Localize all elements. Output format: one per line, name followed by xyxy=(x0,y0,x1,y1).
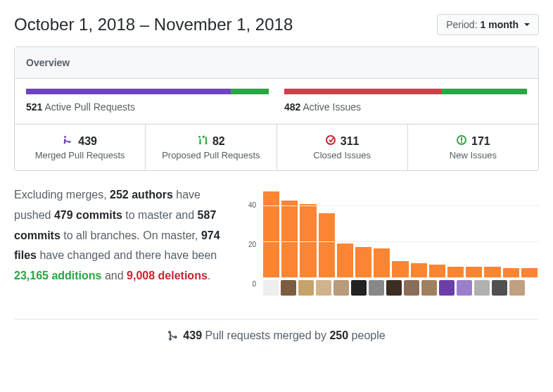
stat-desc: Proposed Pull Requests xyxy=(151,150,270,160)
svg-point-0 xyxy=(326,136,335,144)
issue-activity-bar xyxy=(284,89,527,94)
contributor-bar[interactable] xyxy=(411,263,427,277)
contributor-bar[interactable] xyxy=(447,267,464,277)
contributor-bar[interactable] xyxy=(429,265,445,277)
stat-number: 439 xyxy=(78,135,97,148)
stat-cell[interactable]: 311Closed Issues xyxy=(277,125,408,170)
pr-active-text: Active Pull Requests xyxy=(44,101,134,113)
contributor-avatar[interactable] xyxy=(281,280,296,296)
contributor-bar[interactable] xyxy=(484,267,500,277)
stat-desc: New Issues xyxy=(414,150,533,160)
overview-title: Overview xyxy=(15,47,538,79)
pr-activity-block[interactable]: 521 Active Pull Requests xyxy=(22,89,273,113)
contributor-bar[interactable] xyxy=(281,201,298,277)
contributor-bar[interactable] xyxy=(319,213,335,277)
contributor-bar[interactable] xyxy=(337,244,353,277)
contributors-chart: 02040 xyxy=(242,185,539,305)
contributor-avatar[interactable] xyxy=(404,280,419,296)
commit-summary-text: Excluding merges, 252 authors have pushe… xyxy=(14,185,225,305)
closed-icon xyxy=(325,134,336,148)
merge-icon xyxy=(167,330,179,341)
pr-active-count: 521 xyxy=(26,101,42,113)
stat-cell[interactable]: 171New Issues xyxy=(408,125,538,170)
contributor-bar[interactable] xyxy=(300,204,316,277)
contributor-avatar[interactable] xyxy=(263,280,279,296)
contributor-bar[interactable] xyxy=(392,261,408,277)
contributor-bar[interactable] xyxy=(503,268,519,277)
contributor-bar[interactable] xyxy=(466,267,482,277)
chevron-down-icon xyxy=(524,23,530,26)
contributor-bar[interactable] xyxy=(374,248,390,277)
y-tick: 40 xyxy=(248,201,256,209)
stat-number: 311 xyxy=(341,135,360,148)
contributor-bar[interactable] xyxy=(263,191,279,277)
stat-cell[interactable]: 439Merged Pull Requests xyxy=(15,125,146,170)
period-dropdown[interactable]: Period: 1 month xyxy=(437,14,539,35)
period-label: Period: xyxy=(446,19,477,30)
stat-cell[interactable]: 82Proposed Pull Requests xyxy=(146,125,276,170)
issue-activity-block[interactable]: 482 Active Issues xyxy=(280,89,531,113)
stat-desc: Merged Pull Requests xyxy=(20,150,139,160)
contributor-bar[interactable] xyxy=(521,268,538,277)
y-tick: 20 xyxy=(248,241,256,248)
contributor-avatar[interactable] xyxy=(316,280,331,296)
contributor-avatar[interactable] xyxy=(457,280,472,296)
stat-number: 82 xyxy=(212,135,225,148)
contributor-avatar[interactable] xyxy=(439,280,455,296)
svg-rect-2 xyxy=(461,137,462,141)
open-icon xyxy=(456,134,467,148)
contributor-avatar[interactable] xyxy=(298,280,314,296)
contributor-bar[interactable] xyxy=(355,247,371,277)
period-value: 1 month xyxy=(481,19,519,30)
contributor-avatar[interactable] xyxy=(421,280,437,296)
contributor-avatar[interactable] xyxy=(386,280,402,296)
pr-activity-bar xyxy=(26,89,269,94)
stat-desc: Closed Issues xyxy=(283,150,402,160)
y-tick: 0 xyxy=(252,280,256,288)
issue-active-count: 482 xyxy=(284,101,300,113)
date-range: October 1, 2018 – November 1, 2018 xyxy=(14,15,293,34)
contributor-avatar[interactable] xyxy=(474,280,490,296)
contributor-avatar[interactable] xyxy=(333,280,349,296)
pr-icon xyxy=(197,134,208,148)
merge-icon xyxy=(63,134,74,148)
overview-panel: Overview 521 Active Pull Requests 482 Ac… xyxy=(14,46,539,171)
contributor-avatar[interactable] xyxy=(492,280,507,296)
issue-active-text: Active Issues xyxy=(303,101,360,113)
stat-number: 171 xyxy=(471,135,490,148)
merged-summary: 439 Pull requests merged by 250 people xyxy=(14,319,539,342)
contributor-avatar[interactable] xyxy=(369,280,384,296)
svg-rect-3 xyxy=(461,141,462,143)
contributor-avatar[interactable] xyxy=(351,280,367,296)
contributor-avatar[interactable] xyxy=(509,280,525,296)
